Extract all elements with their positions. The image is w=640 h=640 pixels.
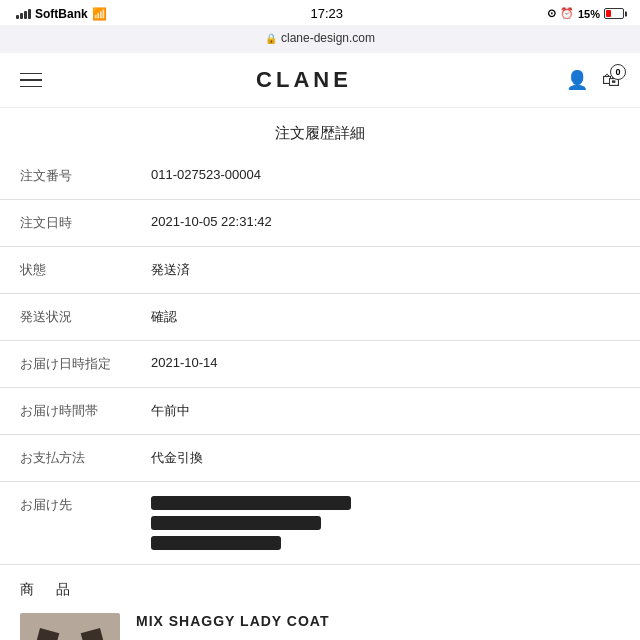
- order-field-value: 確認: [131, 294, 640, 341]
- order-field-label: お支払方法: [0, 435, 131, 482]
- order-table: 注文番号011-027523-00004注文日時2021-10-05 22:31…: [0, 153, 640, 565]
- battery-icon: [604, 8, 624, 19]
- browser-bar[interactable]: 🔒 clane-design.com: [0, 25, 640, 53]
- order-field-value: 2021-10-14: [131, 341, 640, 388]
- products-section-title: 商 品: [20, 581, 620, 599]
- product-name: MIX SHAGGY LADY COAT: [136, 613, 620, 629]
- hamburger-line-1: [20, 73, 42, 75]
- order-field-label: 注文番号: [0, 153, 131, 200]
- order-row: お支払方法代金引換: [0, 435, 640, 482]
- order-field-value: [131, 482, 640, 565]
- status-left: SoftBank 📶: [16, 7, 107, 21]
- order-field-value: 午前中: [131, 388, 640, 435]
- hamburger-line-3: [20, 86, 42, 88]
- header-icons: 👤 🛍 0: [566, 69, 620, 91]
- order-row: お届け日時指定2021-10-14: [0, 341, 640, 388]
- order-field-label: 発送状況: [0, 294, 131, 341]
- order-row: 状態発送済: [0, 247, 640, 294]
- order-row: 注文日時2021-10-05 22:31:42: [0, 200, 640, 247]
- status-right: ⊙ ⏰ 15%: [547, 7, 624, 20]
- battery-percent: 15%: [578, 8, 600, 20]
- hamburger-line-2: [20, 79, 42, 81]
- coat-figure: [35, 628, 105, 640]
- product-item: MIX SHAGGY LADY COAT COLOR ： YELLOW SIZE…: [20, 613, 620, 640]
- hamburger-menu[interactable]: [20, 73, 42, 88]
- screen-record-icon: ⊙: [547, 7, 556, 20]
- coat-collar-left: [34, 628, 60, 640]
- user-icon[interactable]: 👤: [566, 69, 588, 91]
- products-section: 商 品 MIX SHAGGY LADY COAT COLOR ： YELLOW …: [0, 565, 640, 640]
- order-row: お届け時間帯午前中: [0, 388, 640, 435]
- site-logo[interactable]: CLANE: [256, 67, 352, 93]
- order-field-label: 注文日時: [0, 200, 131, 247]
- cart-badge: 0: [610, 64, 626, 80]
- order-row: お届け先: [0, 482, 640, 565]
- order-field-label: お届け先: [0, 482, 131, 565]
- order-field-value: 011-027523-00004: [131, 153, 640, 200]
- status-time: 17:23: [311, 6, 344, 21]
- order-row: 発送状況確認: [0, 294, 640, 341]
- wifi-icon: 📶: [92, 7, 107, 21]
- order-field-label: お届け時間帯: [0, 388, 131, 435]
- order-field-label: お届け日時指定: [0, 341, 131, 388]
- order-field-value: 代金引換: [131, 435, 640, 482]
- order-field-label: 状態: [0, 247, 131, 294]
- order-field-value: 発送済: [131, 247, 640, 294]
- status-bar: SoftBank 📶 17:23 ⊙ ⏰ 15%: [0, 0, 640, 25]
- signal-icon: [16, 8, 31, 19]
- alarm-icon: ⏰: [560, 7, 574, 20]
- product-info: MIX SHAGGY LADY COAT COLOR ： YELLOW SIZE…: [136, 613, 620, 640]
- cart-icon-wrap[interactable]: 🛍 0: [602, 70, 620, 91]
- order-row: 注文番号011-027523-00004: [0, 153, 640, 200]
- order-field-value: 2021-10-05 22:31:42: [131, 200, 640, 247]
- product-image: [20, 613, 120, 640]
- lock-icon: 🔒: [265, 33, 277, 44]
- site-header: CLANE 👤 🛍 0: [0, 53, 640, 108]
- page-title: 注文履歴詳細: [0, 108, 640, 153]
- coat-collar-right: [81, 628, 107, 640]
- carrier-label: SoftBank: [35, 7, 88, 21]
- url-display: clane-design.com: [281, 31, 375, 45]
